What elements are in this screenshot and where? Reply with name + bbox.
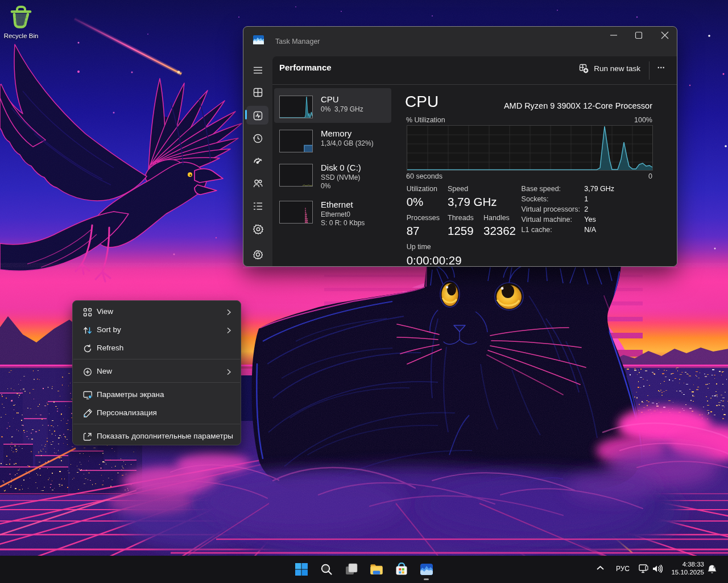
svg-text:z: z [714, 564, 716, 568]
